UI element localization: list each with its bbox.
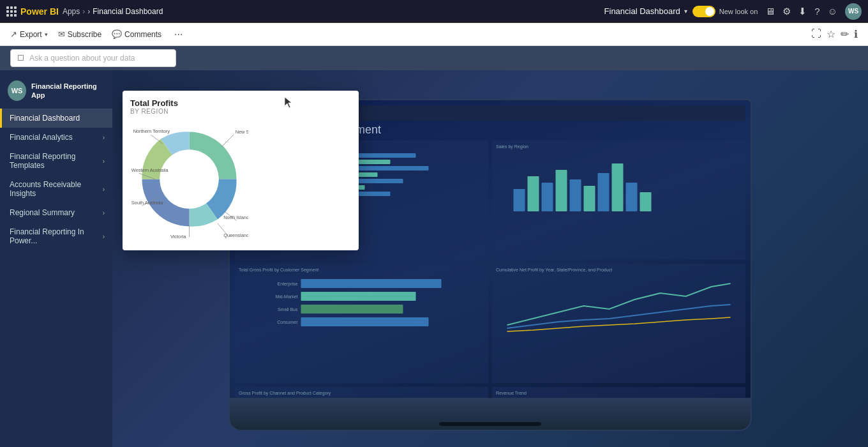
chart-label-4: Cumulative Net Profit by Year, State/Pro…	[496, 268, 742, 272]
sidebar-chevron-1: ›	[103, 134, 105, 141]
svg-rect-27	[301, 292, 416, 301]
breadcrumb-sep2: ›	[87, 7, 90, 16]
sub-bar: ↗ Export ▾ ✉ Subscribe 💬 Comments ··· ⛶ …	[0, 23, 868, 46]
dashboard-title-chevron[interactable]: ▾	[684, 8, 687, 15]
svg-rect-19	[556, 170, 567, 211]
chart-svg-4	[496, 274, 742, 338]
svg-text:Western Australia: Western Australia	[131, 167, 169, 173]
subscribe-label: Subscribe	[68, 30, 101, 39]
laptop-base	[228, 399, 752, 431]
sidebar-avatar: WS	[8, 80, 26, 101]
subscribe-button[interactable]: ✉ Subscribe	[58, 29, 101, 39]
qa-icon: ☐	[17, 54, 24, 63]
sidebar-item-label-3: Accounts Receivable Insights	[10, 180, 103, 198]
sidebar-item-financial-dashboard[interactable]: Financial Dashboard	[0, 109, 112, 128]
comments-icon: 💬	[112, 29, 122, 39]
svg-text:Queensland: Queensland	[223, 232, 248, 238]
comments-button[interactable]: 💬 Comments	[112, 29, 161, 39]
svg-text:South Australia: South Australia	[131, 200, 164, 206]
export-chevron: ▾	[45, 31, 48, 38]
fullscreen-icon[interactable]: ⛶	[811, 28, 821, 40]
sidebar-item-financial-reporting-templates[interactable]: Financial Reporting Templates ›	[0, 147, 112, 175]
sidebar-item-label-4: Regional Summary	[10, 208, 75, 217]
chart-box-3: Total Gross Profit by Customer Segment E…	[235, 264, 488, 383]
download-icon[interactable]: ⬇	[798, 6, 807, 17]
user-avatar[interactable]: WS	[845, 3, 862, 20]
svg-rect-18	[542, 183, 553, 211]
svg-rect-29	[301, 317, 429, 326]
comments-label: Comments	[124, 30, 161, 39]
chart-label-5: Gross Profit by Channel and Product Cate…	[239, 391, 484, 395]
donut-chart-svg: New South Wales Northern Territory Weste…	[130, 120, 248, 238]
laptop-notch	[439, 422, 541, 426]
svg-text:Northern Territory: Northern Territory	[133, 128, 170, 134]
main-layout: WS Financial Reporting App Financial Das…	[0, 70, 868, 447]
svg-text:Mid-Market: Mid-Market	[275, 294, 297, 299]
svg-line-40	[221, 135, 234, 147]
svg-text:Enterprise: Enterprise	[278, 282, 298, 287]
new-look-toggle-wrap: New look on	[692, 6, 758, 17]
header-dashboard-title: Financial Dashboard	[604, 6, 680, 16]
subscribe-icon: ✉	[58, 29, 65, 39]
chart-box-5: Gross Profit by Channel and Product Cate…	[235, 387, 488, 399]
chart-label-3: Total Gross Profit by Customer Segment	[239, 268, 484, 272]
svg-text:New South Wales: New South Wales	[236, 129, 248, 135]
sidebar-chevron-2: ›	[103, 158, 105, 165]
svg-text:Consumer: Consumer	[277, 320, 298, 324]
monitor-icon[interactable]: 🖥	[765, 6, 775, 17]
chart-box-2: Sales by Region	[492, 140, 745, 260]
svg-rect-21	[584, 186, 595, 211]
svg-rect-22	[598, 173, 610, 211]
settings-icon[interactable]: ⚙	[782, 6, 791, 17]
breadcrumb-apps[interactable]: Apps	[63, 7, 80, 16]
chart-box-4: Cumulative Net Profit by Year, State/Pro…	[492, 264, 745, 383]
apps-grid-icon[interactable]	[6, 6, 17, 17]
svg-text:North Island: North Island	[223, 215, 248, 220]
chart-label-6: Revenue Trend	[496, 391, 742, 395]
powerbi-logo: Power BI	[20, 6, 59, 17]
new-look-toggle[interactable]	[692, 6, 715, 17]
user-emoji-icon[interactable]: ☺	[828, 6, 837, 17]
qa-placeholder-text: Ask a question about your data	[29, 54, 135, 63]
new-look-label: New look on	[719, 8, 758, 15]
export-label: Export	[20, 30, 42, 39]
sidebar-item-label-2: Financial Reporting Templates	[10, 152, 103, 170]
svg-rect-28	[301, 305, 403, 314]
svg-text:Victoria: Victoria	[170, 234, 186, 238]
chart-svg-3: Enterprise Mid-Market Small Bus Consumer	[239, 274, 484, 338]
sidebar-item-financial-reporting-power[interactable]: Financial Reporting In Power... ›	[0, 222, 112, 250]
sidebar: WS Financial Reporting App Financial Das…	[0, 70, 112, 447]
edit-icon[interactable]: ✏	[841, 28, 849, 40]
svg-rect-16	[514, 189, 525, 211]
help-icon[interactable]: ?	[814, 6, 819, 17]
export-icon: ↗	[10, 29, 17, 39]
top-bar: Power BI Apps › › Financial Dashboard Fi…	[0, 0, 868, 23]
sidebar-chevron-5: ›	[103, 233, 105, 240]
sidebar-item-label-0: Financial Dashboard	[10, 114, 80, 123]
breadcrumb-current: Financial Dashboard	[93, 7, 163, 16]
sidebar-item-regional-summary[interactable]: Regional Summary ›	[0, 203, 112, 222]
sidebar-item-accounts-receivable[interactable]: Accounts Receivable Insights ›	[0, 175, 112, 203]
more-options-icon[interactable]: ···	[174, 29, 183, 40]
tooltip-subtitle: BY REGION	[130, 108, 351, 115]
svg-rect-25	[640, 192, 652, 211]
sidebar-item-financial-analytics[interactable]: Financial Analytics ›	[0, 128, 112, 147]
bookmark-icon[interactable]: ☆	[827, 28, 835, 40]
breadcrumb-sep1: ›	[82, 7, 85, 16]
sidebar-chevron-4: ›	[103, 209, 105, 216]
svg-text:Small Bus: Small Bus	[278, 307, 298, 312]
chart-svg-6	[496, 397, 742, 399]
toggle-knob	[705, 7, 714, 16]
chart-svg-5	[239, 397, 484, 399]
export-button[interactable]: ↗ Export ▾	[10, 29, 48, 39]
info-icon[interactable]: ℹ	[854, 28, 858, 40]
sidebar-user: WS Financial Reporting App	[0, 75, 112, 109]
main-content: ⬡ ENTERPRISE Sales by Customer Segment T…	[112, 70, 868, 447]
sidebar-chevron-3: ›	[103, 186, 105, 193]
qa-bar: ☐ Ask a question about your data	[0, 46, 868, 70]
svg-point-39	[160, 149, 219, 209]
chart-label-2: Sales by Region	[496, 144, 742, 149]
qa-input-wrap[interactable]: ☐ Ask a question about your data	[10, 49, 176, 67]
chart-box-6: Revenue Trend	[492, 387, 745, 399]
breadcrumb: Apps › › Financial Dashboard	[63, 7, 163, 16]
